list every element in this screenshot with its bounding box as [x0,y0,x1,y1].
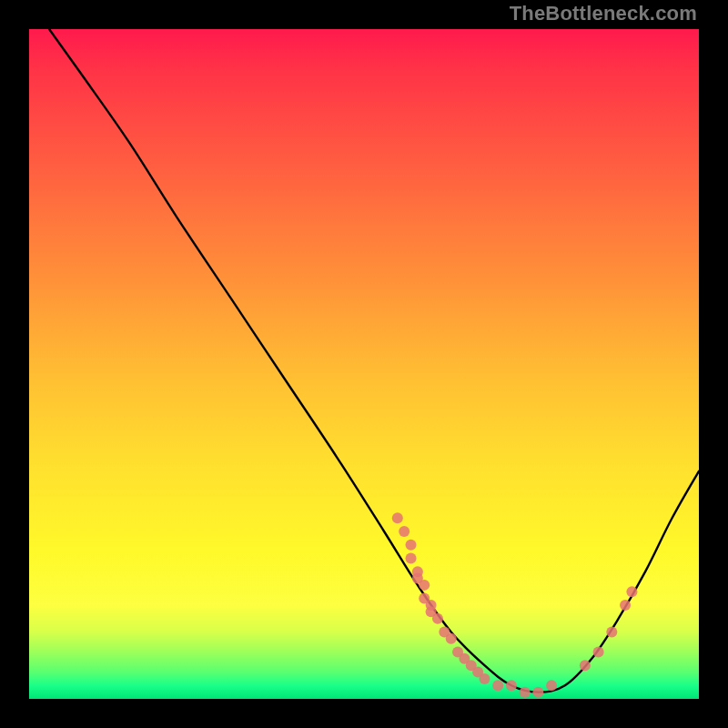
watermark-text: TheBottleneck.com [510,2,697,25]
chart-frame-bottom [0,699,728,728]
chart-plot-area [29,29,699,699]
chart-background-gradient [29,29,699,699]
chart-frame-right [699,0,728,728]
chart-frame-left [0,0,29,728]
